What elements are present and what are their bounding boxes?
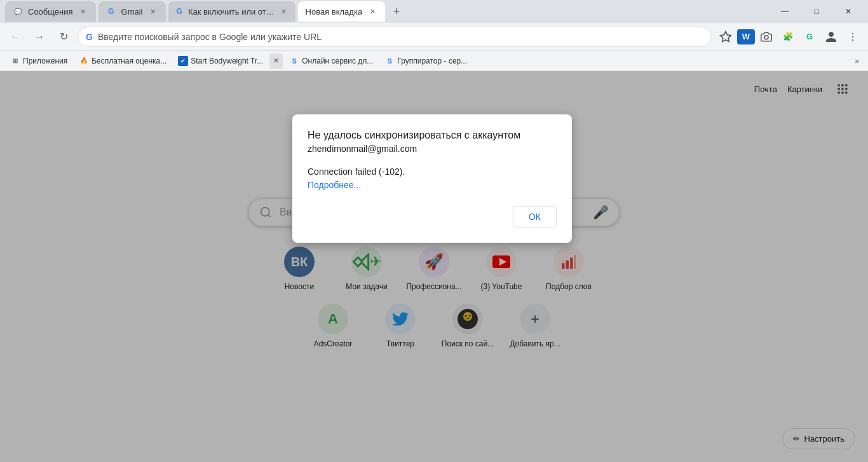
maximize-button[interactable]: □ bbox=[802, 1, 831, 22]
dialog-ok-button[interactable]: ОК bbox=[513, 206, 557, 228]
tab-article[interactable]: G Как включить или отключить с... ✕ bbox=[168, 1, 295, 22]
title-bar: 💬 Сообщения ✕ G Gmail ✕ G Как включить и… bbox=[0, 0, 868, 23]
bodyweight-icon: ✔ bbox=[178, 56, 188, 66]
back-button[interactable]: ← bbox=[5, 27, 25, 47]
bookmark-groupinator[interactable]: S Группиратор - сер... bbox=[379, 53, 472, 69]
dialog-title: Не удалось синхронизироваться с аккаунто… bbox=[308, 130, 557, 141]
browser-frame: 💬 Сообщения ✕ G Gmail ✕ G Как включить и… bbox=[0, 0, 868, 462]
tab-new[interactable]: Новая вкладка ✕ bbox=[298, 1, 386, 22]
reload-button[interactable]: ↻ bbox=[53, 27, 74, 47]
messages-favicon: 💬 bbox=[13, 6, 23, 17]
address-text: Введите поисковый запрос в Google или ук… bbox=[98, 32, 322, 42]
svg-marker-0 bbox=[721, 31, 731, 41]
free-eval-icon: 🔥 bbox=[79, 56, 89, 66]
page-content: Почта Картинки G o o g l e bbox=[0, 71, 868, 462]
forward-button[interactable]: → bbox=[29, 27, 50, 47]
camera-button[interactable] bbox=[756, 27, 776, 47]
dialog-details-link[interactable]: Подробнее... bbox=[308, 180, 361, 190]
tab-new-title: Новая вкладка bbox=[306, 7, 363, 17]
bookmark-free-eval-label: Бесплатная оценка... bbox=[92, 57, 166, 65]
groupinator-icon: S bbox=[384, 56, 395, 66]
tab-gmail-close[interactable]: ✕ bbox=[148, 6, 158, 17]
apps-icon: ⊞ bbox=[10, 56, 20, 66]
gmail-favicon: G bbox=[106, 6, 116, 17]
tab-new-close[interactable]: ✕ bbox=[367, 6, 377, 17]
bookmark-apps-label: Приложения bbox=[23, 57, 67, 65]
tab-article-title: Как включить или отключить с... bbox=[188, 7, 275, 17]
bookmark-more[interactable]: » bbox=[851, 53, 863, 69]
grammarly-button[interactable]: G bbox=[799, 27, 820, 47]
bookmark-groupinator-label: Группиратор - сер... bbox=[397, 57, 467, 65]
toolbar: ← → ↻ G Введите поисковый запрос в Googl… bbox=[0, 23, 868, 51]
svg-point-3 bbox=[852, 36, 853, 37]
profile-w-button[interactable]: W bbox=[737, 29, 755, 44]
tab-article-close[interactable]: ✕ bbox=[280, 6, 287, 17]
bookmark-star-button[interactable] bbox=[715, 27, 736, 47]
svg-point-4 bbox=[852, 39, 853, 41]
google-favicon-address: G bbox=[86, 32, 93, 42]
extensions-button[interactable]: 🧩 bbox=[778, 27, 798, 47]
new-tab-button[interactable]: + bbox=[388, 3, 405, 20]
tab-messages[interactable]: 💬 Сообщения ✕ bbox=[5, 1, 96, 22]
address-bar[interactable]: G Введите поисковый запрос в Google или … bbox=[78, 27, 712, 47]
toolbar-actions: W 🧩 G bbox=[715, 27, 863, 47]
sync-error-dialog: Не удалось синхронизироваться с аккаунто… bbox=[292, 114, 572, 243]
bookmark-free-eval[interactable]: 🔥 Бесплатная оценка... bbox=[74, 53, 172, 69]
tab-messages-close[interactable]: ✕ bbox=[78, 6, 88, 17]
online-service-icon: S bbox=[289, 56, 299, 66]
article-favicon: G bbox=[176, 6, 183, 17]
window-controls: — □ ✕ bbox=[770, 1, 863, 22]
bookmark-bodyweight-label: Start Bodyweight Tr... bbox=[191, 57, 263, 65]
bookmarks-bar: ⊞ Приложения 🔥 Бесплатная оценка... ✔ St… bbox=[0, 51, 868, 71]
bookmark-apps[interactable]: ⊞ Приложения bbox=[5, 53, 72, 69]
dialog-message: Connection failed (-102). bbox=[308, 166, 557, 177]
svg-point-1 bbox=[764, 35, 768, 39]
bookmark-bodyweight[interactable]: ✔ Start Bodyweight Tr... bbox=[173, 53, 268, 69]
dialog-email: zhendimonmail@gmail.com bbox=[308, 144, 557, 154]
svg-point-2 bbox=[852, 32, 853, 34]
bookmark-close-ext[interactable]: ✕ bbox=[269, 53, 283, 69]
bookmark-online-service[interactable]: S Онлайн сервис дл... bbox=[284, 53, 378, 69]
tab-gmail-title: Gmail bbox=[121, 7, 143, 17]
menu-button[interactable] bbox=[843, 27, 863, 47]
minimize-button[interactable]: — bbox=[770, 1, 799, 22]
tab-messages-title: Сообщения bbox=[28, 7, 73, 17]
tab-gmail[interactable]: G Gmail ✕ bbox=[98, 1, 166, 22]
dialog-actions: ОК bbox=[308, 206, 557, 228]
profile-avatar-button[interactable] bbox=[821, 27, 841, 47]
close-button[interactable]: ✕ bbox=[834, 1, 863, 22]
bookmark-online-service-label: Онлайн сервис дл... bbox=[302, 57, 373, 65]
